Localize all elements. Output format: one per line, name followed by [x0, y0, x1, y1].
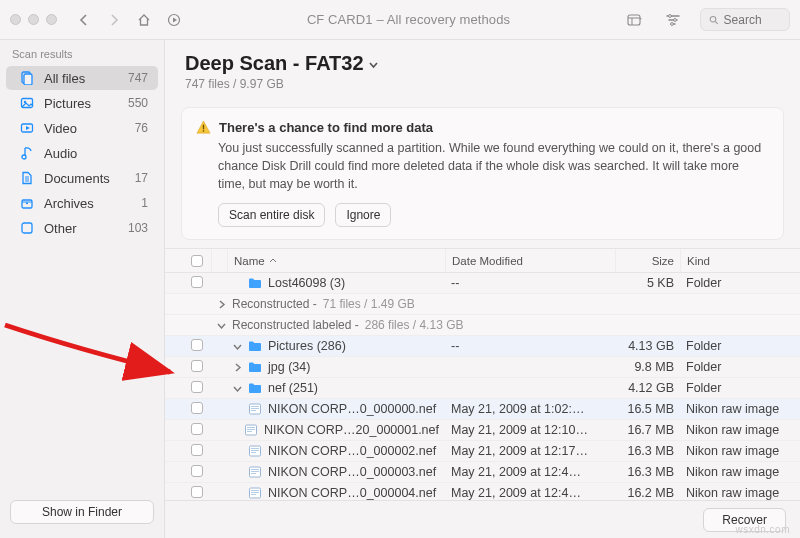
- table-row[interactable]: NIKON CORP…20_000001.nefMay 21, 2009 at …: [165, 420, 800, 441]
- sidebar-item-files[interactable]: All files747: [6, 66, 158, 90]
- sidebar-item-video[interactable]: Video76: [6, 116, 158, 140]
- row-checkbox[interactable]: [191, 486, 203, 498]
- results-title[interactable]: Deep Scan - FAT32: [185, 52, 780, 75]
- folder-icon: [248, 340, 262, 352]
- table-row[interactable]: NIKON CORP…0_000000.nefMay 21, 2009 at 1…: [165, 399, 800, 420]
- table-row[interactable]: Lost46098 (3)--5 KBFolder: [165, 273, 800, 294]
- disclosure-icon[interactable]: [233, 363, 242, 372]
- row-checkbox[interactable]: [191, 423, 203, 435]
- row-checkbox[interactable]: [191, 276, 203, 288]
- sidebar-item-documents[interactable]: Documents17: [6, 166, 158, 190]
- file-kind: Nikon raw image: [680, 423, 800, 437]
- svg-rect-34: [251, 490, 259, 491]
- notice-title-text: There's a chance to find more data: [219, 120, 433, 135]
- file-size: 5 KB: [615, 276, 680, 290]
- table-row[interactable]: nef (251)4.12 GBFolder: [165, 378, 800, 399]
- row-checkbox[interactable]: [191, 465, 203, 477]
- archives-icon: [20, 196, 36, 210]
- folder-icon: [248, 277, 262, 289]
- svg-rect-27: [251, 450, 259, 451]
- svg-point-3: [674, 18, 677, 21]
- file-kind: Folder: [680, 360, 800, 374]
- sidebar-item-pictures[interactable]: Pictures550: [6, 91, 158, 115]
- search-input[interactable]: [724, 13, 781, 27]
- row-checkbox[interactable]: [191, 360, 203, 372]
- svg-rect-31: [251, 471, 259, 472]
- column-name[interactable]: Name: [227, 249, 445, 272]
- table-row[interactable]: Pictures (286)--4.13 GBFolder: [165, 336, 800, 357]
- file-name: Pictures (286): [268, 339, 346, 353]
- search-icon: [709, 14, 719, 26]
- back-button[interactable]: [73, 9, 95, 31]
- row-checkbox[interactable]: [191, 339, 203, 351]
- folder-icon: [248, 361, 262, 373]
- sidebar-item-count: 17: [135, 171, 148, 185]
- table-row[interactable]: NIKON CORP…0_000002.nefMay 21, 2009 at 1…: [165, 441, 800, 462]
- file-icon: [248, 466, 262, 478]
- sidebar-item-audio[interactable]: Audio: [6, 141, 158, 165]
- chevron-down-icon: [368, 59, 379, 70]
- select-all-checkbox[interactable]: [191, 255, 203, 267]
- column-kind[interactable]: Kind: [680, 249, 800, 272]
- sidebar-item-archives[interactable]: Archives1: [6, 191, 158, 215]
- file-name: nef (251): [268, 381, 318, 395]
- sidebar-item-label: Documents: [44, 171, 110, 186]
- file-date: May 21, 2009 at 1:02:…: [445, 402, 615, 416]
- notice-card: There's a chance to find more data You j…: [181, 107, 784, 240]
- sidebar-item-count: 1: [141, 196, 148, 210]
- file-kind: Folder: [680, 339, 800, 353]
- row-checkbox[interactable]: [191, 381, 203, 393]
- svg-point-4: [671, 22, 674, 25]
- table-row[interactable]: NIKON CORP…0_000004.nefMay 21, 2009 at 1…: [165, 483, 800, 500]
- scan-button[interactable]: [163, 9, 185, 31]
- svg-rect-18: [251, 406, 259, 407]
- row-checkbox[interactable]: [191, 402, 203, 414]
- minimize-window-icon[interactable]: [28, 14, 39, 25]
- sidebar-item-count: 76: [135, 121, 148, 135]
- table-body[interactable]: Lost46098 (3)--5 KBFolderReconstructed -…: [165, 273, 800, 500]
- column-size[interactable]: Size: [615, 249, 680, 272]
- svg-point-5: [710, 16, 716, 22]
- column-date[interactable]: Date Modified: [445, 249, 615, 272]
- file-icon: [248, 487, 262, 499]
- notice-body: You just successfully scanned a partitio…: [218, 139, 767, 193]
- svg-rect-23: [247, 429, 255, 430]
- disclosure-icon[interactable]: [233, 384, 242, 393]
- video-icon: [20, 121, 36, 135]
- disclosure-icon[interactable]: [217, 300, 226, 309]
- home-button[interactable]: [133, 9, 155, 31]
- disclosure-icon[interactable]: [217, 321, 226, 330]
- svg-rect-24: [247, 431, 252, 432]
- disclosure-icon[interactable]: [233, 342, 242, 351]
- svg-rect-35: [251, 492, 259, 493]
- search-field[interactable]: [700, 8, 790, 31]
- file-size: 16.7 MB: [615, 423, 680, 437]
- zoom-window-icon[interactable]: [46, 14, 57, 25]
- svg-rect-30: [251, 469, 259, 470]
- forward-button[interactable]: [103, 9, 125, 31]
- table-row[interactable]: jpg (34)9.8 MBFolder: [165, 357, 800, 378]
- view-options-button[interactable]: [624, 9, 646, 31]
- scan-entire-disk-button[interactable]: Scan entire disk: [218, 203, 325, 227]
- file-date: May 21, 2009 at 12:17…: [445, 444, 615, 458]
- close-window-icon[interactable]: [10, 14, 21, 25]
- file-kind: Nikon raw image: [680, 486, 800, 500]
- table-group[interactable]: Reconstructed - 71 files / 1.49 GB: [165, 294, 800, 315]
- row-checkbox[interactable]: [191, 444, 203, 456]
- file-size: 16.3 MB: [615, 444, 680, 458]
- sidebar-item-count: 103: [128, 221, 148, 235]
- file-icon: [244, 424, 258, 436]
- ignore-button[interactable]: Ignore: [335, 203, 391, 227]
- footer: Recover wsxdn.com: [165, 500, 800, 538]
- group-label: Reconstructed -: [232, 297, 317, 311]
- file-icon: [248, 403, 262, 415]
- file-date: --: [445, 339, 615, 353]
- filter-button[interactable]: [662, 9, 684, 31]
- file-date: --: [445, 276, 615, 290]
- app-window: CF CARD1 – All recovery methods Scan res…: [0, 0, 800, 538]
- table-group[interactable]: Reconstructed labeled - 286 files / 4.13…: [165, 315, 800, 336]
- sidebar-item-other[interactable]: Other103: [6, 216, 158, 240]
- table-row[interactable]: NIKON CORP…0_000003.nefMay 21, 2009 at 1…: [165, 462, 800, 483]
- svg-rect-15: [203, 125, 204, 130]
- show-in-finder-button[interactable]: Show in Finder: [10, 500, 154, 524]
